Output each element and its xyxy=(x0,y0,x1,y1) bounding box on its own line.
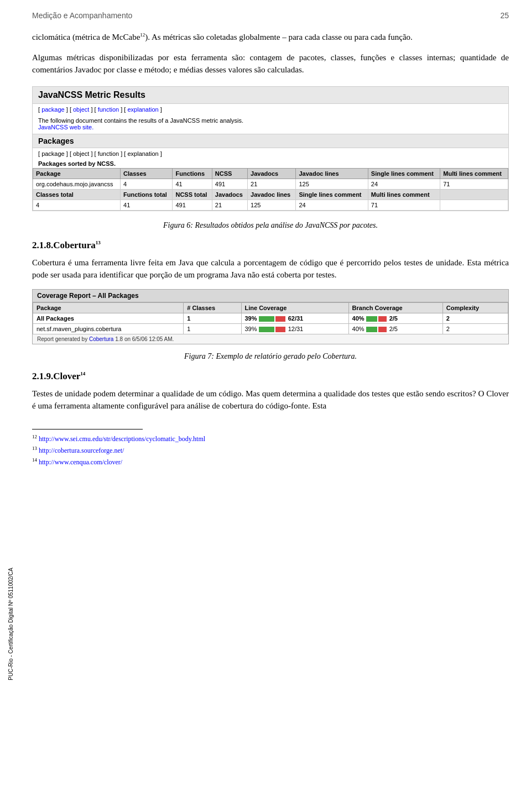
intro-paragraph: ciclomática (métrica de McCabe12). As mé… xyxy=(32,31,509,44)
cell-package: org.codehaus.mojo.javancss xyxy=(33,179,121,189)
cell-classes: 4 xyxy=(121,179,173,189)
nav-function[interactable]: function xyxy=(98,106,119,113)
branch-bar-red-2 xyxy=(378,327,387,332)
footnote-13-link[interactable]: http://cobertura.sourceforge.net/ xyxy=(39,447,124,454)
cov-classes-maven: 1 xyxy=(184,323,241,334)
branch-bar-green-2 xyxy=(366,327,377,332)
col-classes: Classes xyxy=(121,168,173,179)
ncss-table: Package Classes Functions NCSS Javadocs … xyxy=(33,168,508,211)
javancss-section-nav: [ package ] [ object ] [ function ] [ ex… xyxy=(33,148,508,159)
cell-multi-lines: 71 xyxy=(440,179,508,189)
javancss-widget: JavaNCSS Metric Results [ package ] [ ob… xyxy=(32,86,509,211)
total-row: Classes total Functions total NCSS total… xyxy=(33,189,508,200)
col-multi-lines: Multi lines comment xyxy=(440,168,508,179)
section-nav-function[interactable]: function xyxy=(98,150,119,157)
section-nav-explanation[interactable]: explanation xyxy=(127,150,158,157)
section-219-heading: 2.1.9.Clover14 xyxy=(32,371,509,382)
nav-package[interactable]: package xyxy=(41,106,65,113)
section-nav-package[interactable]: package xyxy=(41,150,65,157)
cell-single-lines: 24 xyxy=(368,179,440,189)
cov-line-all: 39% 62/31 xyxy=(241,313,348,323)
cell-javadocs-total: Javadocs xyxy=(212,189,247,200)
javancss-title: JavaNCSS Metric Results xyxy=(38,90,503,100)
cell-functions-total: Functions total xyxy=(121,189,173,200)
col-javadoc-lines: Javadoc lines xyxy=(296,168,368,179)
cov-col-complexity: Complexity xyxy=(442,302,508,313)
ncss-table-header-row: Package Classes Functions NCSS Javadocs … xyxy=(33,168,508,179)
cell-functions: 41 xyxy=(173,179,212,189)
val-javadocs: 21 xyxy=(212,200,247,210)
figure6-caption: Figura 6: Resultados obtidos pela anális… xyxy=(32,221,509,230)
col-javadocs: Javadocs xyxy=(248,168,296,179)
val-single-lines: 24 xyxy=(296,200,368,210)
footnote-13: 13 http://cobertura.sourceforge.net/ xyxy=(32,446,509,455)
coverage-row-all: All Packages 1 39% 62/31 40% 2/5 2 xyxy=(33,313,508,323)
nav-explanation[interactable]: explanation xyxy=(127,106,158,113)
val-classes: 4 xyxy=(33,200,121,210)
cov-complexity-maven: 2 xyxy=(442,323,508,334)
page-header: Medição e Acompanhamento 25 xyxy=(32,11,509,20)
coverage-header: Coverage Report – All Packages xyxy=(33,290,508,302)
col-functions: Functions xyxy=(173,168,212,179)
footnote-14-link[interactable]: http://www.cenqua.com/clover/ xyxy=(39,458,122,466)
section-nav-object[interactable]: object xyxy=(73,150,89,157)
sidebar-certification: PUC-Rio - Certificação Digital Nº 051100… xyxy=(0,547,21,701)
coverage-widget: Coverage Report – All Packages Package #… xyxy=(32,289,509,344)
cell-ncss-total: NCSS total xyxy=(173,189,212,200)
cov-col-line: Line Coverage xyxy=(241,302,348,313)
cov-branch-all: 40% 2/5 xyxy=(348,313,442,323)
body-paragraph-1: Algumas métricas disponibilizadas por es… xyxy=(32,51,509,76)
total-values-row: 4 41 491 21 125 24 71 xyxy=(33,200,508,210)
coverage-table-header: Package # Classes Line Coverage Branch C… xyxy=(33,302,508,313)
sidebar: PUC-Rio - Certificação Digital Nº 051100… xyxy=(0,0,21,812)
cov-complexity-all: 2 xyxy=(442,313,508,323)
branch-bar-green xyxy=(366,316,377,322)
javancss-link[interactable]: JavaNCSS web site. xyxy=(38,124,93,130)
cell-javadoc-lines-total: Javadoc lines xyxy=(248,189,296,200)
cobertura-link[interactable]: Cobertura xyxy=(89,336,113,342)
footnote-12: 12 http://www.sei.cmu.edu/str/descriptio… xyxy=(32,434,509,443)
section-219-paragraph: Testes de unidade podem determinar a qua… xyxy=(32,387,509,412)
footnote-12-link[interactable]: http://www.sei.cmu.edu/str/descriptions/… xyxy=(39,435,205,443)
line-bar-green-2 xyxy=(259,327,274,332)
cell-javadoc-lines: 125 xyxy=(296,179,368,189)
line-bar-green xyxy=(259,316,274,322)
figure7-caption: Figura 7: Exemplo de relatório gerado pe… xyxy=(32,352,509,361)
cov-col-branch: Branch Coverage xyxy=(348,302,442,313)
col-ncss: NCSS xyxy=(212,168,247,179)
cov-package-all: All Packages xyxy=(33,313,184,323)
val-multi-lines: 71 xyxy=(368,200,440,210)
javancss-nav: [ package ] [ object ] [ function ] [ ex… xyxy=(33,104,508,115)
val-javadoc-lines: 125 xyxy=(248,200,296,210)
cell-single-lines-total: Single lines comment xyxy=(296,189,368,200)
coverage-table: Package # Classes Line Coverage Branch C… xyxy=(33,302,508,334)
line-bar-red xyxy=(275,316,285,322)
val-functions: 41 xyxy=(121,200,173,210)
javancss-description: The following document contains the resu… xyxy=(33,115,508,132)
col-package: Package xyxy=(33,168,121,179)
cov-line-maven: 39% 12/31 xyxy=(241,323,348,334)
cov-package-maven: net.sf.maven_plugins.cobertura xyxy=(33,323,184,334)
line-bar-red-2 xyxy=(275,327,285,332)
branch-bar-red xyxy=(378,316,387,322)
javancss-header: JavaNCSS Metric Results xyxy=(33,87,508,104)
javancss-packages-section: Packages xyxy=(33,134,508,148)
cell-classes-total: Classes total xyxy=(33,189,121,200)
coverage-row-maven: net.sf.maven_plugins.cobertura 1 39% 12/… xyxy=(33,323,508,334)
cell-ncss: 491 xyxy=(212,179,247,189)
javancss-section-title: Packages xyxy=(38,137,503,145)
cell-multi-lines-total: Multi lines comment xyxy=(368,189,440,200)
footnote-divider xyxy=(32,429,143,429)
page-title: Medição e Acompanhamento xyxy=(32,11,132,20)
cov-package-link[interactable]: net.sf.maven_plugins.cobertura xyxy=(37,326,121,332)
nav-object[interactable]: object xyxy=(73,106,89,113)
footnote-14: 14 http://www.cenqua.com/clover/ xyxy=(32,457,509,467)
main-content: Medição e Acompanhamento 25 ciclomática … xyxy=(21,0,531,812)
table-row: org.codehaus.mojo.javancss 4 41 491 21 1… xyxy=(33,179,508,189)
cov-branch-maven: 40% 2/5 xyxy=(348,323,442,334)
val-ncss: 491 xyxy=(173,200,212,210)
cov-col-classes: # Classes xyxy=(184,302,241,313)
cov-col-package: Package xyxy=(33,302,184,313)
section-218-heading: 2.1.8.Cobertura13 xyxy=(32,240,509,251)
col-single-lines: Single lines comment xyxy=(368,168,440,179)
